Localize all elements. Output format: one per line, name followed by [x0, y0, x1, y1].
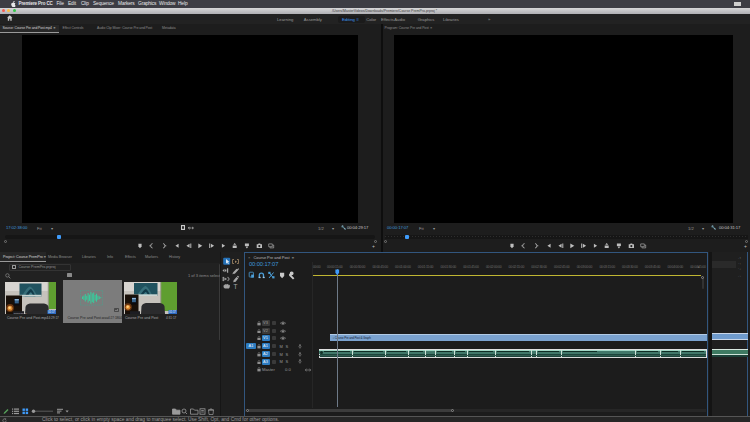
svg-text:01:17: 01:17	[48, 310, 55, 314]
svg-text:T: T	[234, 283, 238, 290]
svg-text:00:00:00:00: 00:00:00:00	[14, 311, 27, 313]
svg-text:01:17: 01:17	[169, 310, 176, 314]
